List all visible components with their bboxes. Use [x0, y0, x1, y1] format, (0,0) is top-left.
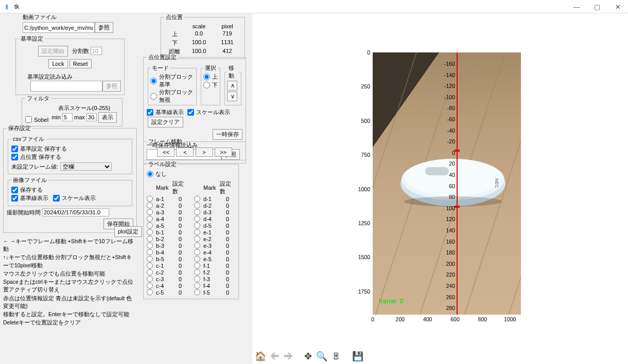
shoot-time-input[interactable]: [42, 208, 109, 216]
window-title: tk: [14, 3, 19, 10]
label-radio[interactable]: [147, 276, 153, 282]
label-mark: c-1: [156, 263, 170, 269]
save-image-checkbox[interactable]: 保存する: [11, 186, 43, 194]
close-button[interactable]: ✕: [607, 0, 628, 13]
label-radio[interactable]: [194, 229, 200, 235]
plot-settings-button[interactable]: plot設定: [114, 226, 142, 237]
show-scale-checkbox[interactable]: スケール表示: [53, 194, 96, 202]
mode-block-base-radio[interactable]: 分割ブロック基準: [150, 73, 194, 88]
plot-image-area[interactable]: NEC -160-140-120-100-80-60-40-2002040608…: [373, 52, 521, 315]
label-mark: c-5: [156, 289, 170, 296]
base-load-browse-button[interactable]: 参照: [102, 81, 121, 92]
y-tick: 250: [357, 83, 370, 89]
label-radio[interactable]: [147, 242, 153, 249]
label-none-radio[interactable]: なし: [147, 170, 167, 178]
label-radio[interactable]: [194, 242, 200, 249]
show-baseline-checkbox[interactable]: 基準線表示: [11, 194, 48, 202]
overlay-scale-label: 40: [440, 172, 455, 178]
label-radio[interactable]: [147, 289, 153, 296]
frame-rewind-button[interactable]: <<: [157, 148, 175, 157]
label-radio[interactable]: [194, 215, 200, 222]
minimize-button[interactable]: —: [566, 0, 587, 13]
clear-settings-button[interactable]: 設定クリア: [148, 117, 183, 128]
select-up-radio[interactable]: 上: [203, 73, 218, 81]
move-down-button[interactable]: ∨: [227, 92, 237, 101]
back-icon[interactable]: 🡰: [270, 351, 280, 362]
home-icon[interactable]: 🏠: [255, 351, 266, 362]
label-radio[interactable]: [147, 195, 153, 202]
label-radio[interactable]: [147, 256, 153, 262]
label-radio[interactable]: [147, 209, 153, 215]
cfg-show-baseline-checkbox[interactable]: 基準線表示: [147, 108, 184, 116]
label-radio[interactable]: [147, 215, 153, 222]
label-radio[interactable]: [194, 289, 200, 296]
min-input[interactable]: [62, 113, 73, 121]
save-base-checkbox[interactable]: 基準設定 保存する: [11, 145, 67, 153]
label-radio[interactable]: [194, 282, 200, 289]
split-input[interactable]: [91, 47, 102, 55]
label-radio[interactable]: [194, 249, 200, 256]
forward-icon[interactable]: 🡲: [284, 351, 293, 362]
base-start-button[interactable]: 設定開始: [38, 46, 68, 57]
max-input[interactable]: [86, 113, 97, 121]
label-count: 0: [220, 289, 235, 296]
label-radio[interactable]: [147, 249, 153, 256]
label-radio[interactable]: [194, 235, 200, 242]
label-radio[interactable]: [147, 202, 153, 209]
overlay-scale-label: 120: [440, 216, 455, 222]
label-radio[interactable]: [194, 202, 200, 209]
label-radio[interactable]: [194, 276, 200, 282]
base-load-input[interactable]: [30, 81, 102, 92]
lock-button[interactable]: Lock: [48, 59, 67, 68]
cfg-show-scale-checkbox[interactable]: スケール表示: [187, 108, 230, 116]
base-settings-legend: 基準設定: [19, 35, 45, 43]
label-mark: a-5: [156, 223, 170, 229]
x-tick: 800: [476, 316, 489, 322]
label-count: 0: [172, 196, 188, 202]
reset-button[interactable]: Reset: [69, 59, 92, 68]
mode-block-ignore-radio[interactable]: 分割ブロック無視: [150, 88, 194, 104]
save-figure-icon[interactable]: 💾: [352, 351, 363, 362]
label-radio[interactable]: [147, 262, 153, 269]
overlay-scale-label: 200: [440, 261, 455, 267]
label-radio[interactable]: [147, 229, 153, 235]
mode-legend: モード: [150, 64, 170, 72]
zoom-icon[interactable]: 🔍: [316, 351, 327, 362]
label-count: 0: [220, 263, 235, 269]
label-radio[interactable]: [194, 195, 200, 202]
video-browse-button[interactable]: 参照: [95, 22, 113, 33]
label-mark: d-2: [203, 203, 218, 209]
pan-icon[interactable]: ✥: [304, 351, 312, 362]
label-mark: c-2: [156, 269, 170, 276]
frame-prev-button[interactable]: <: [176, 148, 194, 157]
x-tick: 1000: [504, 316, 516, 322]
sobel-checkbox[interactable]: Sobel: [25, 116, 48, 123]
label-radio[interactable]: [194, 269, 200, 276]
move-up-button[interactable]: ∧: [227, 81, 237, 90]
select-legend: 選択: [203, 64, 218, 72]
save-point-checkbox[interactable]: 点位置 保存する: [11, 153, 61, 161]
label-radio[interactable]: [147, 235, 153, 242]
select-down-radio[interactable]: 下: [203, 81, 218, 89]
label-radio[interactable]: [194, 209, 200, 215]
point-position-legend: 点位置: [164, 13, 184, 21]
label-radio[interactable]: [194, 262, 200, 269]
image-file-legend: 画像ファイル: [11, 176, 48, 184]
label-count: 0: [172, 236, 188, 242]
label-radio[interactable]: [147, 282, 153, 289]
frame-forward-button[interactable]: >>: [215, 148, 232, 157]
max-label: max: [74, 114, 85, 120]
label-radio[interactable]: [194, 222, 200, 229]
overlay-scale-label: -160: [440, 61, 455, 67]
label-mark: a-1: [156, 196, 170, 202]
frame-next-button[interactable]: >: [196, 148, 213, 157]
label-radio[interactable]: [147, 269, 153, 276]
video-path-input[interactable]: [23, 22, 95, 33]
configure-icon[interactable]: 🎚: [332, 351, 341, 362]
unset-frame-select[interactable]: 空欄: [60, 162, 112, 171]
label-radio[interactable]: [147, 222, 153, 229]
show-button[interactable]: 表示: [98, 112, 117, 123]
maximize-button[interactable]: ▢: [587, 0, 607, 13]
label-radio[interactable]: [194, 256, 200, 262]
shoot-time-label: 撮影開始時間: [7, 209, 41, 216]
